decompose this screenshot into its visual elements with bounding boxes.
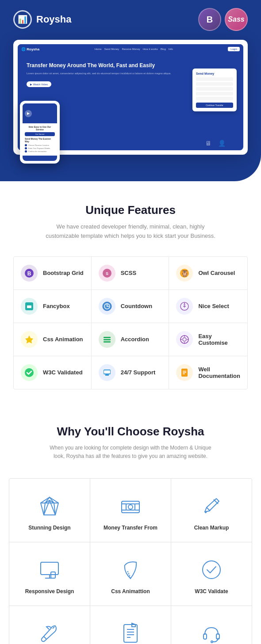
why-money-label: Money Transfer From <box>104 525 157 531</box>
fancybox-icon <box>21 298 38 315</box>
why-w3c-label: W3C Validate <box>195 588 228 594</box>
list-dot-1 <box>25 144 27 146</box>
features-section: Unique Features We have created develope… <box>0 181 261 403</box>
pencil-icon <box>200 494 224 518</box>
svg-rect-39 <box>122 501 139 513</box>
leaf-icon <box>119 558 143 582</box>
svg-rect-17 <box>104 341 111 343</box>
feature-fancybox: Fancybox <box>14 290 91 323</box>
why-markup: Clean Markup <box>171 479 252 542</box>
bootstrap-icon: B <box>207 15 213 25</box>
wrench-icon <box>38 621 62 644</box>
phone-hero-circle: ▶ <box>25 110 32 117</box>
svg-line-46 <box>207 507 210 511</box>
list-dot-3 <box>25 150 27 152</box>
check-circle-icon <box>200 558 224 582</box>
svg-point-19 <box>183 338 186 341</box>
why-w3c: W3C Validate <box>171 542 252 606</box>
svg-rect-26 <box>105 374 109 376</box>
tech-badges: B Sass <box>198 8 248 31</box>
diamond-icon <box>38 494 62 518</box>
bootstrap-grid-icon: B <box>21 265 38 282</box>
bootstrap-badge: B <box>198 8 221 31</box>
feature-accordion: Accordion <box>92 323 169 356</box>
phone-btn[interactable]: Get Started <box>25 132 55 136</box>
svg-text:B: B <box>27 271 31 277</box>
list-text-1: Choose Receiver Location <box>28 144 49 146</box>
svg-text:🦉: 🦉 <box>181 270 189 277</box>
why-documented: Well Documented <box>90 606 171 644</box>
phone-list-item-2: Enter Your Payment Details <box>25 147 55 149</box>
card-field-5 <box>196 97 233 100</box>
nav-link-send: Send Money <box>104 48 119 50</box>
svg-text:S: S <box>106 271 108 276</box>
header-top: 📊 Roysha B Sass <box>13 8 248 31</box>
why-quicksupport: 24/7 Quick Support <box>171 606 252 644</box>
feature-owl: 🦉 Owl Carousel <box>169 257 247 290</box>
nav-link-home: Home <box>95 48 102 50</box>
phone-content: How Easy to Use Our Service Get Started … <box>23 123 57 156</box>
continue-transfer-btn[interactable]: Continue Transfer <box>196 103 233 108</box>
header: 📊 Roysha B Sass 🌐 Roysha Home Send Money… <box>0 0 261 181</box>
feature-accordion-label: Accordion <box>121 336 149 343</box>
feature-w3c: W3C Validated <box>14 356 91 389</box>
list-dot-2 <box>25 147 27 149</box>
logo: 📊 Roysha <box>13 10 71 29</box>
preview-area: 🌐 Roysha Home Send Money Receive Money H… <box>13 40 248 155</box>
svg-rect-15 <box>104 337 111 338</box>
sass-badge: Sass <box>225 8 248 31</box>
svg-point-52 <box>203 561 220 579</box>
card-field-2 <box>196 82 233 86</box>
features-title: Unique Features <box>13 203 248 217</box>
svg-rect-16 <box>104 339 111 340</box>
features-grid: B Bootstrap Grid S SCSS 🦉 Owl Carousel F… <box>13 256 248 389</box>
document-icon <box>119 621 143 644</box>
why-stunning-label: Stunning Design <box>28 525 70 531</box>
scss-icon: S <box>99 265 115 282</box>
card-field-3 <box>196 87 233 91</box>
user-icon: 👤 <box>218 140 226 147</box>
svg-rect-48 <box>41 562 58 575</box>
tablet-watch-btn[interactable]: ▶ Watch Video <box>27 81 51 87</box>
feature-owl-label: Owl Carousel <box>198 270 235 276</box>
phone-section-title: How Easy to Use Our Service <box>25 126 55 131</box>
list-text-3: Confirm the transaction <box>28 150 46 152</box>
why-subtitle: When you are looking for complete design… <box>46 444 215 461</box>
svg-rect-30 <box>183 372 186 373</box>
svg-point-24 <box>25 368 34 377</box>
tablet-nav-links: Home Send Money Receive Money How it wor… <box>95 48 173 50</box>
feature-countdown-label: Countdown <box>121 303 152 309</box>
why-customizable: Customizable <box>9 606 90 644</box>
feature-docs: Well Documentation <box>169 356 247 389</box>
well-documentation-icon <box>176 364 193 381</box>
svg-marker-14 <box>25 335 33 343</box>
svg-rect-27 <box>104 370 110 373</box>
phone-screen: ▶ How Easy to Use Our Service Get Starte… <box>23 103 57 161</box>
phone-list-item-1: Choose Receiver Location <box>25 144 55 146</box>
feature-niceselect: Nice Select <box>169 290 247 323</box>
svg-point-41 <box>128 505 133 509</box>
feature-bootstrap-label: Bootstrap Grid <box>43 270 84 276</box>
card-field-4 <box>196 92 233 95</box>
why-cssanim-label: Css Animattion <box>111 588 150 594</box>
nav-link-how: How it works <box>143 48 158 50</box>
card-field-1 <box>196 77 233 81</box>
nice-select-icon <box>176 298 193 315</box>
logo-text: Roysha <box>36 14 71 25</box>
countdown-icon <box>99 298 115 315</box>
phone-hero: ▶ <box>23 103 57 123</box>
tablet-login-btn[interactable]: Login <box>228 47 240 51</box>
why-cssanim: Css Animattion <box>90 542 171 606</box>
feature-scss-label: SCSS <box>121 270 136 276</box>
headset-icon <box>200 621 224 644</box>
phone-mockup: ▶ How Easy to Use Our Service Get Starte… <box>20 101 60 164</box>
send-money-card: Send Money Continue Transfer <box>192 69 237 111</box>
why-stunning: Stunning Design <box>9 479 90 542</box>
logo-icon: 📊 <box>13 10 32 29</box>
feature-support: 24/7 Support <box>92 356 169 389</box>
svg-line-53 <box>53 627 54 629</box>
phone-subtitle: Send Money The Easiest Way <box>25 137 55 143</box>
why-markup-label: Clean Markup <box>194 525 229 531</box>
feature-cssanim-label: Css Animation <box>43 336 83 343</box>
why-money: Money Transfer From <box>90 479 171 542</box>
